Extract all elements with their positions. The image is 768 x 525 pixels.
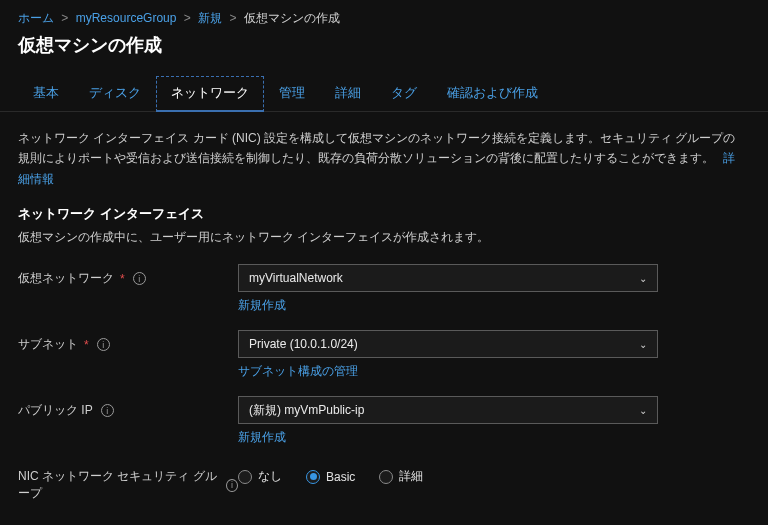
- tab-networking[interactable]: ネットワーク: [156, 76, 264, 112]
- page-title: 仮想マシンの作成: [18, 33, 750, 57]
- publicip-value: (新規) myVmPublic-ip: [249, 402, 364, 419]
- tab-review[interactable]: 確認および作成: [432, 76, 553, 112]
- section-title: ネットワーク インターフェイス: [18, 205, 750, 223]
- nsg-radio-advanced[interactable]: 詳細: [379, 468, 423, 485]
- info-icon[interactable]: i: [133, 272, 146, 285]
- vnet-value: myVirtualNetwork: [249, 271, 343, 285]
- nsg-radio-none[interactable]: なし: [238, 468, 282, 485]
- publicip-select[interactable]: (新規) myVmPublic-ip ⌄: [238, 396, 658, 424]
- inbound-ports-radio-group: なし 選択したポートを許可する: [238, 518, 658, 525]
- tab-management[interactable]: 管理: [264, 76, 320, 112]
- vnet-create-new-link[interactable]: 新規作成: [238, 297, 286, 314]
- vnet-label: 仮想ネットワーク: [18, 270, 114, 287]
- nsg-label: NIC ネットワーク セキュリティ グループ: [18, 468, 218, 502]
- breadcrumb-sep: >: [229, 11, 236, 25]
- nsg-radio-group: なし Basic 詳細: [238, 462, 658, 485]
- tab-disks[interactable]: ディスク: [74, 76, 156, 112]
- chevron-down-icon: ⌄: [639, 405, 647, 416]
- required-indicator: *: [120, 272, 125, 286]
- subnet-value: Private (10.0.1.0/24): [249, 337, 358, 351]
- breadcrumb-item[interactable]: 新規: [198, 11, 222, 25]
- publicip-create-new-link[interactable]: 新規作成: [238, 429, 286, 446]
- radio-icon: [306, 470, 320, 484]
- tab-description: ネットワーク インターフェイス カード (NIC) 設定を構成して仮想マシンのネ…: [18, 128, 738, 189]
- required-indicator: *: [84, 338, 89, 352]
- subnet-manage-link[interactable]: サブネット構成の管理: [238, 363, 358, 380]
- vnet-select[interactable]: myVirtualNetwork ⌄: [238, 264, 658, 292]
- info-icon[interactable]: i: [226, 479, 238, 492]
- chevron-down-icon: ⌄: [639, 339, 647, 350]
- tabs: 基本 ディスク ネットワーク 管理 詳細 タグ 確認および作成: [0, 75, 768, 112]
- breadcrumb-sep: >: [61, 11, 68, 25]
- info-icon[interactable]: i: [101, 404, 114, 417]
- breadcrumb-item[interactable]: myResourceGroup: [76, 11, 177, 25]
- publicip-label: パブリック IP: [18, 402, 93, 419]
- subnet-select[interactable]: Private (10.0.1.0/24) ⌄: [238, 330, 658, 358]
- subnet-label: サブネット: [18, 336, 78, 353]
- nsg-radio-basic[interactable]: Basic: [306, 468, 355, 485]
- breadcrumb: ホーム > myResourceGroup > 新規 > 仮想マシンの作成: [18, 10, 750, 27]
- tab-basics[interactable]: 基本: [18, 76, 74, 112]
- radio-icon: [379, 470, 393, 484]
- chevron-down-icon: ⌄: [639, 273, 647, 284]
- tab-tags[interactable]: タグ: [376, 76, 432, 112]
- radio-icon: [238, 470, 252, 484]
- section-subtitle: 仮想マシンの作成中に、ユーザー用にネットワーク インターフェイスが作成されます。: [18, 229, 750, 246]
- tab-advanced[interactable]: 詳細: [320, 76, 376, 112]
- breadcrumb-sep: >: [184, 11, 191, 25]
- breadcrumb-item: 仮想マシンの作成: [244, 11, 340, 25]
- breadcrumb-item[interactable]: ホーム: [18, 11, 54, 25]
- info-icon[interactable]: i: [97, 338, 110, 351]
